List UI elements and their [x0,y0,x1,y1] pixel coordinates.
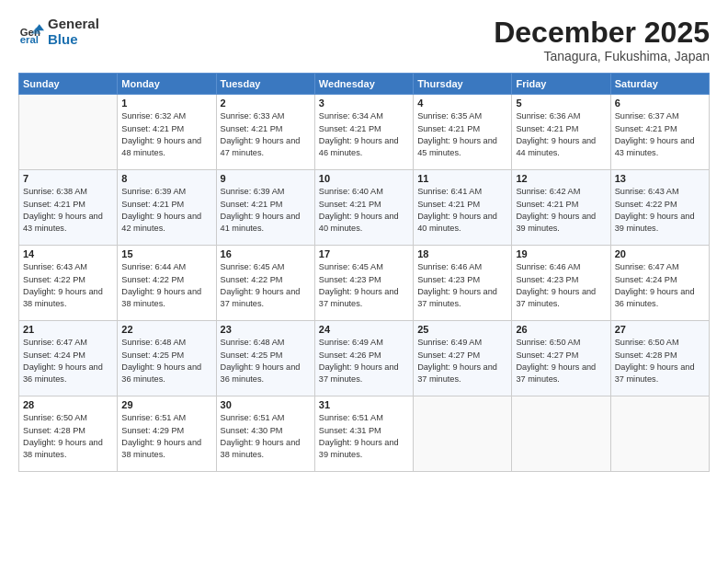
day-info: Sunrise: 6:44 AM Sunset: 4:22 PM Dayligh… [121,261,211,310]
day-number: 10 [319,173,409,184]
day-cell: 13Sunrise: 6:43 AM Sunset: 4:22 PM Dayli… [610,170,709,246]
day-info: Sunrise: 6:35 AM Sunset: 4:21 PM Dayligh… [417,110,507,159]
day-cell: 24Sunrise: 6:49 AM Sunset: 4:26 PM Dayli… [314,321,413,396]
day-info: Sunrise: 6:50 AM Sunset: 4:28 PM Dayligh… [615,337,705,385]
day-number: 29 [121,399,211,410]
day-cell: 31Sunrise: 6:51 AM Sunset: 4:31 PM Dayli… [314,396,413,472]
day-number: 23 [221,324,311,335]
day-info: Sunrise: 6:50 AM Sunset: 4:28 PM Dayligh… [23,412,113,461]
day-cell: 29Sunrise: 6:51 AM Sunset: 4:29 PM Dayli… [118,396,216,472]
logo-icon: Gen eral [18,19,44,45]
day-cell: 22Sunrise: 6:48 AM Sunset: 4:25 PM Dayli… [118,321,216,396]
day-info: Sunrise: 6:51 AM Sunset: 4:30 PM Dayligh… [221,412,311,461]
day-number: 1 [121,98,211,109]
day-cell: 12Sunrise: 6:42 AM Sunset: 4:21 PM Dayli… [512,170,610,246]
day-cell: 2Sunrise: 6:33 AM Sunset: 4:21 PM Daylig… [216,95,314,170]
day-info: Sunrise: 6:37 AM Sunset: 4:21 PM Dayligh… [615,110,705,159]
day-cell [610,396,709,472]
day-cell: 19Sunrise: 6:46 AM Sunset: 4:23 PM Dayli… [512,246,610,321]
day-info: Sunrise: 6:32 AM Sunset: 4:21 PM Dayligh… [121,110,211,159]
day-info: Sunrise: 6:51 AM Sunset: 4:29 PM Dayligh… [121,412,211,461]
day-number: 19 [516,248,606,259]
day-number: 13 [615,173,705,184]
day-number: 6 [615,98,705,109]
day-number: 25 [417,324,507,335]
day-number: 27 [615,324,705,335]
day-cell: 18Sunrise: 6:46 AM Sunset: 4:23 PM Dayli… [414,246,512,321]
day-cell [414,396,512,472]
day-number: 8 [121,173,211,184]
weekday-header-wednesday: Wednesday [314,74,413,95]
day-info: Sunrise: 6:42 AM Sunset: 4:21 PM Dayligh… [516,186,606,235]
weekday-header-thursday: Thursday [414,74,512,95]
day-info: Sunrise: 6:46 AM Sunset: 4:23 PM Dayligh… [516,261,606,310]
day-number: 30 [221,399,311,410]
week-row-4: 21Sunrise: 6:47 AM Sunset: 4:24 PM Dayli… [19,321,710,396]
logo-text: General Blue [48,17,99,47]
day-cell: 26Sunrise: 6:50 AM Sunset: 4:27 PM Dayli… [512,321,610,396]
day-cell: 5Sunrise: 6:36 AM Sunset: 4:21 PM Daylig… [512,95,610,170]
week-row-3: 14Sunrise: 6:43 AM Sunset: 4:22 PM Dayli… [19,246,710,321]
day-info: Sunrise: 6:36 AM Sunset: 4:21 PM Dayligh… [516,110,606,159]
day-number: 17 [319,248,409,259]
day-cell: 20Sunrise: 6:47 AM Sunset: 4:24 PM Dayli… [610,246,709,321]
day-number: 26 [516,324,606,335]
day-number: 20 [615,248,705,259]
day-cell: 25Sunrise: 6:49 AM Sunset: 4:27 PM Dayli… [414,321,512,396]
day-info: Sunrise: 6:49 AM Sunset: 4:26 PM Dayligh… [319,337,409,385]
day-info: Sunrise: 6:43 AM Sunset: 4:22 PM Dayligh… [23,261,113,310]
day-cell: 8Sunrise: 6:39 AM Sunset: 4:21 PM Daylig… [118,170,216,246]
day-info: Sunrise: 6:40 AM Sunset: 4:21 PM Dayligh… [319,186,409,235]
day-number: 15 [121,248,211,259]
day-number: 4 [417,98,507,109]
calendar-subtitle: Tanagura, Fukushima, Japan [494,49,710,63]
day-number: 7 [23,173,113,184]
day-cell: 7Sunrise: 6:38 AM Sunset: 4:21 PM Daylig… [19,170,118,246]
day-number: 12 [516,173,606,184]
day-cell: 6Sunrise: 6:37 AM Sunset: 4:21 PM Daylig… [610,95,709,170]
day-cell: 10Sunrise: 6:40 AM Sunset: 4:21 PM Dayli… [314,170,413,246]
day-number: 3 [319,98,409,109]
day-cell: 28Sunrise: 6:50 AM Sunset: 4:28 PM Dayli… [19,396,118,472]
day-number: 11 [417,173,507,184]
day-cell [512,396,610,472]
day-cell: 23Sunrise: 6:48 AM Sunset: 4:25 PM Dayli… [216,321,314,396]
day-info: Sunrise: 6:38 AM Sunset: 4:21 PM Dayligh… [23,186,113,235]
day-cell: 9Sunrise: 6:39 AM Sunset: 4:21 PM Daylig… [216,170,314,246]
weekday-header-friday: Friday [512,74,610,95]
day-info: Sunrise: 6:45 AM Sunset: 4:22 PM Dayligh… [221,261,311,310]
day-number: 22 [121,324,211,335]
calendar-title: December 2025 [494,17,710,49]
day-cell: 30Sunrise: 6:51 AM Sunset: 4:30 PM Dayli… [216,396,314,472]
day-cell: 27Sunrise: 6:50 AM Sunset: 4:28 PM Dayli… [610,321,709,396]
weekday-header-tuesday: Tuesday [216,74,314,95]
day-info: Sunrise: 6:39 AM Sunset: 4:21 PM Dayligh… [221,186,311,235]
day-number: 2 [221,98,311,109]
day-cell: 17Sunrise: 6:45 AM Sunset: 4:23 PM Dayli… [314,246,413,321]
day-info: Sunrise: 6:51 AM Sunset: 4:31 PM Dayligh… [319,412,409,461]
day-info: Sunrise: 6:48 AM Sunset: 4:25 PM Dayligh… [221,337,311,385]
weekday-header-sunday: Sunday [19,74,118,95]
calendar-page: Gen eral General Blue December 2025 Tana… [0,0,728,563]
weekday-header-saturday: Saturday [610,74,709,95]
day-cell: 15Sunrise: 6:44 AM Sunset: 4:22 PM Dayli… [118,246,216,321]
calendar-table: SundayMondayTuesdayWednesdayThursdayFrid… [18,73,710,472]
week-row-1: 1Sunrise: 6:32 AM Sunset: 4:21 PM Daylig… [19,95,710,170]
day-number: 21 [23,324,113,335]
day-info: Sunrise: 6:50 AM Sunset: 4:27 PM Dayligh… [516,337,606,385]
day-number: 24 [319,324,409,335]
day-cell [19,95,118,170]
day-info: Sunrise: 6:47 AM Sunset: 4:24 PM Dayligh… [615,261,705,310]
day-number: 28 [23,399,113,410]
logo-blue-text: Blue [48,32,99,48]
week-row-5: 28Sunrise: 6:50 AM Sunset: 4:28 PM Dayli… [19,396,710,472]
day-info: Sunrise: 6:41 AM Sunset: 4:21 PM Dayligh… [417,186,507,235]
logo: Gen eral General Blue [18,17,99,47]
day-info: Sunrise: 6:34 AM Sunset: 4:21 PM Dayligh… [319,110,409,159]
day-cell: 1Sunrise: 6:32 AM Sunset: 4:21 PM Daylig… [118,95,216,170]
day-info: Sunrise: 6:47 AM Sunset: 4:24 PM Dayligh… [23,337,113,385]
weekday-header-row: SundayMondayTuesdayWednesdayThursdayFrid… [19,74,710,95]
day-number: 9 [221,173,311,184]
day-info: Sunrise: 6:33 AM Sunset: 4:21 PM Dayligh… [221,110,311,159]
day-info: Sunrise: 6:49 AM Sunset: 4:27 PM Dayligh… [417,337,507,385]
